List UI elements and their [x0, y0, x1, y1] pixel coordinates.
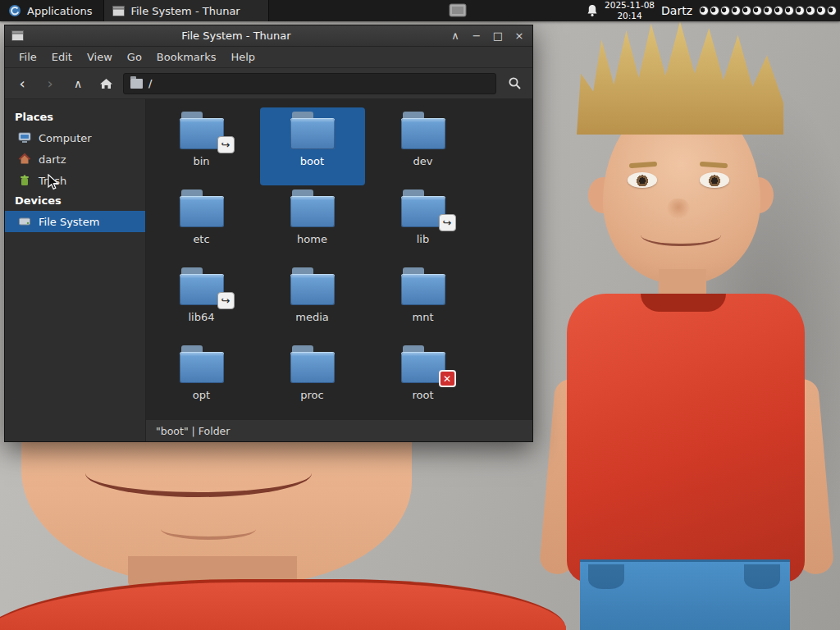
- sidebar-item-trash[interactable]: Trash: [5, 170, 145, 191]
- close-button[interactable]: ×: [513, 30, 526, 42]
- folder-icon: ↪: [180, 267, 224, 305]
- sidebar-item-label: File System: [39, 216, 99, 228]
- menu-edit[interactable]: Edit: [44, 48, 80, 66]
- no-access-emblem-icon: ✕: [439, 370, 456, 387]
- back-button[interactable]: ‹: [11, 73, 33, 94]
- minimize-button[interactable]: −: [470, 30, 483, 42]
- menu-view[interactable]: View: [80, 48, 120, 66]
- eye-icon: [720, 6, 730, 16]
- file-folder-etc[interactable]: etc: [149, 185, 254, 263]
- folder-label: lib: [417, 233, 429, 245]
- shade-button[interactable]: ∧: [449, 30, 462, 42]
- eye-icon: [763, 6, 773, 16]
- mouse-cursor: [48, 174, 59, 190]
- up-button[interactable]: ∧: [67, 73, 89, 94]
- file-view[interactable]: ↪ bin boot dev etc: [146, 99, 532, 419]
- file-folder-bin[interactable]: ↪ bin: [149, 107, 254, 185]
- forward-button[interactable]: ›: [39, 73, 61, 94]
- home-icon: [99, 77, 113, 90]
- eye-icon: [816, 6, 826, 16]
- folder-icon: [180, 189, 224, 227]
- clock-time: 20:14: [605, 11, 655, 21]
- menu-help[interactable]: Help: [223, 48, 262, 66]
- file-folder-mnt[interactable]: mnt: [371, 263, 476, 341]
- file-folder-media[interactable]: media: [260, 263, 365, 341]
- applications-icon: [8, 4, 21, 17]
- folder-icon: ↪: [180, 112, 224, 149]
- sidebar-item-computer[interactable]: Computer: [5, 127, 145, 148]
- folder-label: opt: [193, 389, 210, 401]
- folder-icon: ↪: [401, 189, 445, 227]
- toolbar: ‹ › ∧ /: [5, 68, 532, 99]
- maximize-button[interactable]: □: [491, 30, 504, 42]
- computer-icon: [18, 131, 31, 144]
- file-folder-dev[interactable]: dev: [371, 107, 476, 185]
- trash-icon: [18, 174, 31, 187]
- file-folder-boot[interactable]: boot: [260, 107, 365, 185]
- eye-icon: [827, 6, 837, 16]
- harddrive-icon: [18, 215, 31, 228]
- symlink-emblem-icon: ↪: [217, 292, 235, 309]
- notification-bell-icon[interactable]: [587, 4, 598, 17]
- sidebar-item-filesystem[interactable]: File System: [5, 211, 145, 232]
- symlink-emblem-icon: ↪: [439, 214, 456, 231]
- location-bar[interactable]: /: [123, 73, 496, 94]
- sidebar-item-label: Computer: [39, 132, 92, 144]
- menu-file[interactable]: File: [11, 48, 44, 66]
- folder-label: mnt: [413, 311, 434, 323]
- menu-go[interactable]: Go: [120, 48, 149, 66]
- eyes-plugin: [699, 6, 837, 16]
- home-button[interactable]: [95, 73, 116, 94]
- folder-label: bin: [193, 155, 209, 167]
- titlebar[interactable]: File System - Thunar ∧ − □ ×: [5, 25, 532, 47]
- folder-icon: ✕: [401, 345, 445, 383]
- search-button[interactable]: [503, 72, 526, 95]
- eye-icon: [731, 6, 741, 16]
- folder-label: root: [412, 389, 433, 401]
- eye-icon: [699, 6, 709, 16]
- folder-icon: [290, 189, 335, 227]
- folder-label: media: [295, 311, 329, 323]
- sidebar-header-places: Places: [5, 107, 145, 127]
- tray-icon[interactable]: [448, 3, 468, 18]
- applications-label: Applications: [27, 5, 92, 17]
- task-window-icon: [112, 6, 125, 16]
- folder-label: boot: [300, 155, 324, 167]
- file-folder-root[interactable]: ✕ root: [371, 341, 476, 419]
- eye-icon: [742, 6, 751, 16]
- statusbar: "boot" | Folder: [146, 419, 532, 441]
- folder-label: etc: [193, 233, 209, 245]
- eye-icon: [795, 6, 805, 16]
- folder-icon: [290, 267, 335, 305]
- task-label: File System - Thunar: [130, 5, 240, 17]
- eye-icon: [774, 6, 783, 16]
- path-text: /: [148, 77, 152, 89]
- clock-date: 2025-11-08: [605, 0, 655, 11]
- user-label: Dartz: [661, 4, 692, 17]
- eye-icon: [752, 6, 762, 16]
- folder-icon: [401, 267, 445, 305]
- symlink-emblem-icon: ↪: [217, 136, 235, 153]
- folder-label: proc: [300, 389, 323, 401]
- taskbar-button-thunar[interactable]: File System - Thunar: [103, 0, 269, 21]
- sidebar-item-home-dartz[interactable]: dartz: [5, 148, 145, 170]
- file-folder-home[interactable]: home: [260, 185, 365, 263]
- eye-icon: [806, 6, 815, 16]
- menu-bookmarks[interactable]: Bookmarks: [149, 48, 224, 66]
- file-folder-lib[interactable]: ↪ lib: [371, 185, 476, 263]
- search-icon: [508, 76, 522, 90]
- window-icon: [11, 30, 24, 41]
- folder-icon: [290, 112, 335, 149]
- clock[interactable]: 2025-11-08 20:14: [605, 0, 655, 21]
- folder-icon: [401, 112, 445, 149]
- window-title: File System - Thunar: [29, 30, 444, 42]
- sidebar-item-label: dartz: [39, 153, 66, 166]
- folder-label: home: [297, 233, 327, 245]
- path-folder-icon: [130, 79, 143, 89]
- sidebar-header-devices: Devices: [5, 191, 145, 211]
- applications-menu-button[interactable]: Applications: [0, 0, 100, 21]
- file-folder-lib64[interactable]: ↪ lib64: [149, 263, 254, 341]
- file-folder-proc[interactable]: proc: [260, 341, 365, 419]
- file-folder-opt[interactable]: opt: [149, 341, 254, 419]
- folder-icon: [180, 345, 224, 383]
